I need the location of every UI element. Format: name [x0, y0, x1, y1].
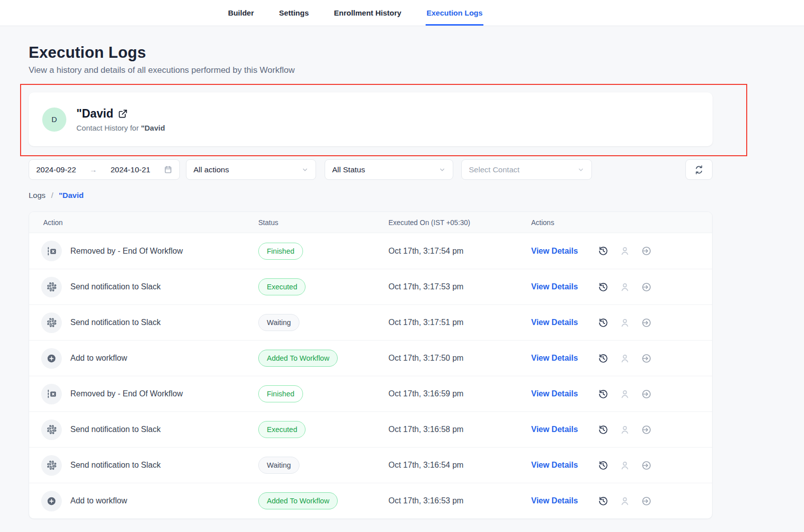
history-clock-icon[interactable] [598, 353, 609, 364]
table-row: Send notification to Slack Waiting Oct 1… [29, 447, 712, 483]
view-details-link[interactable]: View Details [531, 461, 578, 470]
slack-icon [47, 282, 57, 292]
user-icon[interactable] [620, 353, 630, 364]
enter-arrow-icon[interactable] [641, 246, 652, 256]
action-icon-circle [41, 384, 62, 404]
row-actions-cell: View Details [531, 460, 712, 471]
view-details-link[interactable]: View Details [531, 389, 578, 398]
column-header-executed-on: Executed On (IST +05:30) [388, 219, 531, 227]
action-filter-select[interactable]: All actions [186, 159, 316, 180]
status-badge: Waiting [258, 314, 299, 331]
breadcrumb-current: "David [59, 191, 84, 200]
action-cell: Send notification to Slack [29, 455, 258, 476]
contact-card[interactable]: D "David Contact History for "David [29, 92, 713, 146]
status-filter-select[interactable]: All Status [325, 159, 453, 180]
filter-bar: 2024-09-22 → 2024-10-21 All actions All … [29, 159, 713, 180]
refresh-icon [694, 165, 704, 175]
calendar-icon [164, 165, 172, 174]
status-cell: Finished [258, 385, 388, 402]
top-navbar: Builder Settings Enrollment History Exec… [0, 0, 804, 26]
date-from-value[interactable]: 2024-09-22 [36, 165, 76, 174]
refresh-button[interactable] [685, 159, 713, 180]
action-cell: Send notification to Slack [29, 312, 258, 333]
view-details-link[interactable]: View Details [531, 354, 578, 363]
table-row: Send notification to Slack Waiting Oct 1… [29, 304, 712, 340]
status-cell: Finished [258, 243, 388, 260]
history-clock-icon[interactable] [598, 282, 609, 292]
breadcrumb: Logs / "David [29, 191, 713, 200]
history-clock-icon[interactable] [598, 460, 609, 471]
slack-icon [47, 460, 57, 470]
execution-log-table: Action Status Executed On (IST +05:30) A… [29, 211, 713, 519]
action-icon-circle [41, 277, 62, 297]
add-to-workflow-icon [46, 496, 57, 506]
user-icon[interactable] [620, 317, 630, 328]
history-clock-icon[interactable] [598, 389, 609, 399]
action-label: Add to workflow [70, 354, 127, 363]
contact-info: "David Contact History for "David [76, 107, 165, 132]
user-icon[interactable] [620, 460, 630, 471]
nav-tab[interactable]: Builder [227, 0, 255, 26]
action-icon-circle [41, 312, 62, 333]
nav-tab[interactable]: Execution Logs [426, 0, 484, 26]
enter-arrow-icon[interactable] [641, 282, 652, 292]
enter-arrow-icon[interactable] [641, 389, 652, 399]
history-clock-icon[interactable] [598, 317, 609, 328]
contact-filter-select[interactable]: Select Contact [461, 159, 592, 180]
history-clock-icon[interactable] [598, 424, 609, 435]
user-icon[interactable] [620, 246, 630, 256]
status-filter-value: All Status [332, 165, 365, 174]
view-details-link[interactable]: View Details [531, 247, 578, 256]
view-details-link[interactable]: View Details [531, 282, 578, 291]
nav-tab[interactable]: Settings [278, 0, 310, 26]
action-label: Removed by - End Of Workflow [70, 247, 183, 256]
date-range-picker[interactable]: 2024-09-22 → 2024-10-21 [29, 159, 180, 180]
date-range-arrow-icon: → [89, 165, 97, 174]
user-icon[interactable] [620, 424, 630, 435]
slack-icon [47, 424, 57, 435]
user-icon[interactable] [620, 282, 630, 292]
view-details-link[interactable]: View Details [531, 318, 578, 327]
enter-arrow-icon[interactable] [641, 317, 652, 328]
table-row: Add to workflow Added To Workflow Oct 17… [29, 340, 712, 376]
user-icon[interactable] [620, 496, 630, 506]
status-badge: Waiting [258, 457, 299, 474]
status-cell: Executed [258, 421, 388, 438]
row-actions-cell: View Details [531, 317, 712, 328]
nav-tab[interactable]: Enrollment History [333, 0, 403, 26]
enter-arrow-icon[interactable] [641, 424, 652, 435]
action-label: Send notification to Slack [70, 461, 161, 470]
action-cell: Removed by - End Of Workflow [29, 384, 258, 404]
external-link-icon[interactable] [118, 109, 128, 119]
action-cell: Send notification to Slack [29, 419, 258, 440]
action-icon-circle [41, 241, 62, 261]
log-table-body: Removed by - End Of Workflow Finished Oc… [29, 233, 712, 518]
status-badge: Executed [258, 421, 306, 438]
history-clock-icon[interactable] [598, 496, 609, 506]
status-badge: Added To Workflow [258, 492, 338, 509]
status-cell: Added To Workflow [258, 492, 388, 509]
executed-on-cell: Oct 17th, 3:16:53 pm [388, 496, 531, 505]
contact-filter-placeholder: Select Contact [469, 165, 520, 174]
nav-tab-label: Builder [228, 9, 254, 17]
view-details-link[interactable]: View Details [531, 496, 578, 505]
executed-on-cell: Oct 17th, 3:16:58 pm [388, 425, 531, 434]
status-cell: Executed [258, 278, 388, 295]
view-details-link[interactable]: View Details [531, 425, 578, 434]
enter-arrow-icon[interactable] [641, 460, 652, 471]
breadcrumb-separator: / [51, 191, 53, 200]
breadcrumb-logs[interactable]: Logs [29, 191, 46, 200]
user-icon[interactable] [620, 389, 630, 399]
status-badge: Finished [258, 243, 303, 260]
enter-arrow-icon[interactable] [641, 353, 652, 364]
history-clock-icon[interactable] [598, 246, 609, 256]
add-to-workflow-icon [46, 353, 57, 364]
nav-tab-label: Settings [279, 9, 309, 17]
date-to-value[interactable]: 2024-10-21 [111, 165, 150, 174]
table-row: Removed by - End Of Workflow Finished Oc… [29, 376, 712, 411]
enter-arrow-icon[interactable] [641, 496, 652, 506]
status-cell: Waiting [258, 314, 388, 331]
column-header-actions: Actions [531, 219, 712, 227]
action-label: Add to workflow [70, 496, 127, 505]
nav-tabs: Builder Settings Enrollment History Exec… [227, 0, 484, 26]
